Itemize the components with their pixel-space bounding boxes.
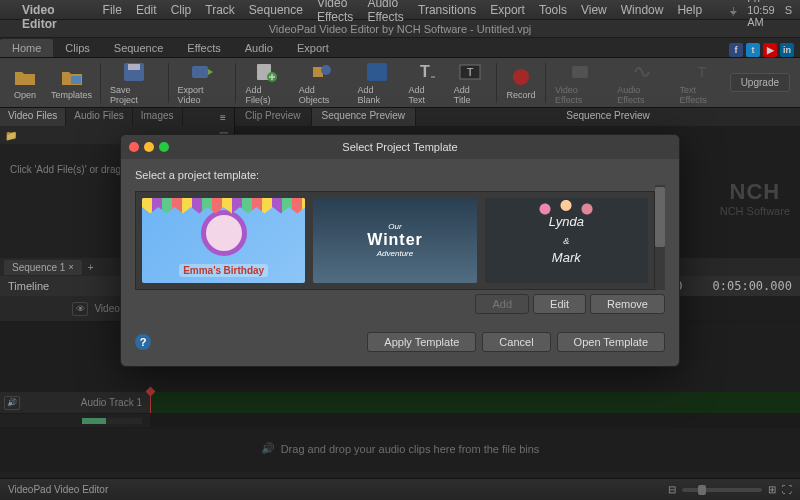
open-template-button[interactable]: Open Template	[557, 332, 665, 352]
template-card-winter[interactable]: Our Winter Adventure	[313, 198, 476, 283]
close-icon[interactable]	[129, 142, 139, 152]
modal-title: Select Project Template	[129, 141, 671, 153]
template-card-wedding[interactable]: Lynda&Mark	[485, 198, 648, 283]
edit-template-button[interactable]: Edit	[533, 294, 586, 314]
add-template-button[interactable]: Add	[475, 294, 529, 314]
template-scrollbar[interactable]	[655, 185, 665, 290]
remove-template-button[interactable]: Remove	[590, 294, 665, 314]
modal-prompt: Select a project template:	[135, 169, 665, 181]
apply-template-button[interactable]: Apply Template	[367, 332, 476, 352]
template-card-birthday[interactable]: Emma's Birthday	[142, 198, 305, 283]
select-template-dialog: Select Project Template Select a project…	[120, 134, 680, 367]
help-icon[interactable]: ?	[135, 334, 151, 350]
maximize-icon[interactable]	[159, 142, 169, 152]
cancel-button[interactable]: Cancel	[482, 332, 550, 352]
template-strip: Emma's Birthday Our Winter Adventure Lyn…	[135, 191, 655, 290]
minimize-icon[interactable]	[144, 142, 154, 152]
modal-overlay: Select Project Template Select a project…	[0, 0, 800, 500]
